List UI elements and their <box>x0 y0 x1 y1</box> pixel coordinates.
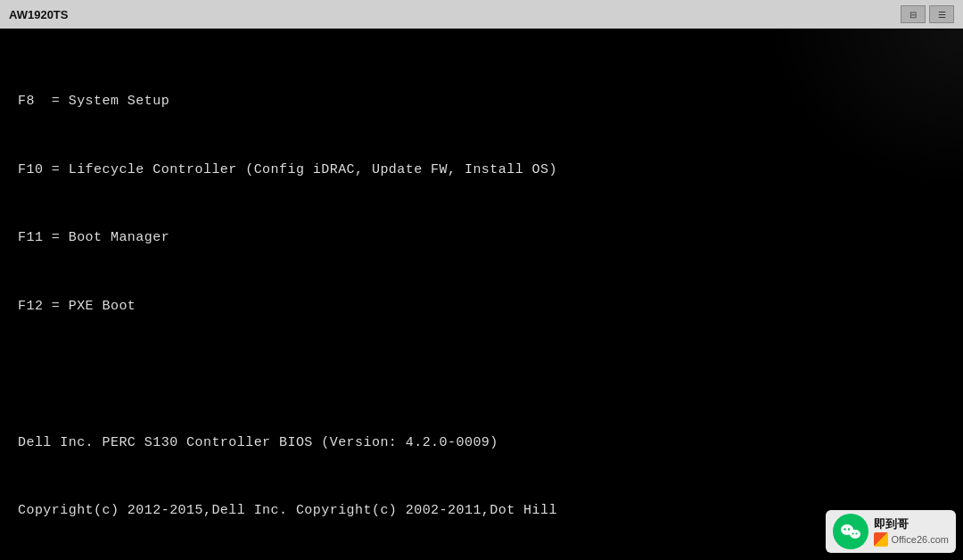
bios-line-4: F12 = PXE Boot <box>18 295 945 318</box>
bios-empty-1 <box>18 363 945 386</box>
svg-point-2 <box>844 528 846 530</box>
svg-point-1 <box>850 530 860 539</box>
svg-point-5 <box>856 532 858 534</box>
watermark-text-block: 即到哥 Office26.com <box>874 516 949 547</box>
office-icon <box>874 532 888 547</box>
monitor-minimize-btn[interactable]: ⊟ <box>901 5 926 23</box>
watermark: 即到哥 Office26.com <box>826 510 956 553</box>
bios-content: F8 = System Setup F10 = Lifecycle Contro… <box>18 45 945 560</box>
bios-line-2: F10 = Lifecycle Controller (Config iDRAC… <box>18 159 945 182</box>
svg-point-4 <box>852 532 854 534</box>
wechat-icon <box>833 514 868 549</box>
watermark-site: Office26.com <box>891 534 949 545</box>
svg-point-3 <box>848 528 850 530</box>
monitor-menu-btn[interactable]: ☰ <box>929 5 954 23</box>
monitor-top-bar: AW1920TS ⊟ ☰ <box>0 0 963 29</box>
monitor-frame: AW1920TS ⊟ ☰ F8 = System Setup F10 = Lif… <box>0 0 963 560</box>
watermark-line1: 即到哥 <box>874 516 949 532</box>
bios-line-7: Copyright(c) 2012-2015,Dell Inc. Copyrig… <box>18 499 945 523</box>
bios-line-1: F8 = System Setup <box>18 90 945 113</box>
minimize-icon: ⊟ <box>910 10 917 20</box>
watermark-line2: Office26.com <box>874 532 949 547</box>
bios-line-6: Dell Inc. PERC S130 Controller BIOS (Ver… <box>18 432 945 455</box>
bios-line-3: F11 = Boot Manager <box>18 226 945 250</box>
monitor-controls: ⊟ ☰ <box>901 5 954 23</box>
bios-screen: F8 = System Setup F10 = Lifecycle Contro… <box>0 29 963 560</box>
monitor-title: AW1920TS <box>9 8 68 21</box>
menu-icon: ☰ <box>938 10 946 20</box>
